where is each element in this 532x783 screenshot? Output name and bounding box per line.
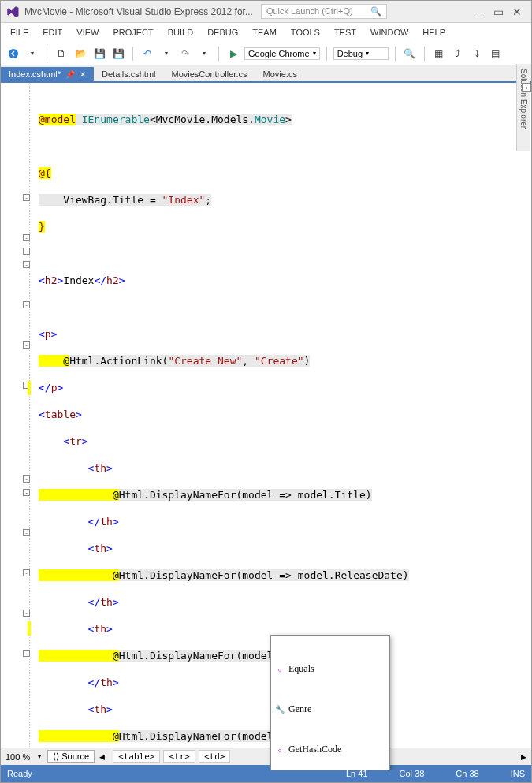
toolbar: ▾ 🗋 📂 💾 💾 ↶ ▾ ↷ ▾ ▶ Google Chrome▾ Debug…	[1, 42, 531, 65]
code-editor[interactable]: - - - - - - - - - - - - - ✦ @model IEnum…	[1, 83, 531, 770]
collapse-icon[interactable]: -	[23, 529, 30, 536]
tool-button-3[interactable]: ⤵	[469, 46, 485, 62]
search-icon: 🔍	[370, 6, 381, 17]
intellisense-item[interactable]: ⬦Equals	[271, 662, 389, 676]
vs-logo-icon	[6, 5, 20, 19]
save-button[interactable]: 💾	[91, 46, 107, 62]
crumb-nav-right-icon[interactable]: ▶	[516, 753, 531, 761]
back-button[interactable]	[6, 46, 21, 62]
config-selector[interactable]: Debug▾	[333, 47, 389, 60]
redo-button[interactable]: ↷	[177, 46, 193, 62]
code-area[interactable]: ✦ @model IEnumerable<MvcMovie.Models.Mov…	[35, 83, 531, 770]
editor-gutter: - - - - - - - - - - - - -	[1, 83, 35, 770]
menu-window[interactable]: WINDOW	[364, 26, 415, 39]
status-ready: Ready	[7, 769, 32, 778]
editor-footer: 100 % ▾ ⟨⟩ Source ◀ <table> <tr> <td> ▶	[1, 748, 531, 765]
undo-dropdown-icon[interactable]: ▾	[158, 46, 174, 62]
menu-file[interactable]: FILE	[4, 26, 35, 39]
collapse-icon[interactable]: -	[23, 489, 30, 496]
collapse-icon[interactable]: -	[23, 610, 30, 617]
menu-view[interactable]: VIEW	[70, 26, 105, 39]
new-button[interactable]: 🗋	[54, 46, 69, 62]
close-button[interactable]: ✕	[508, 4, 526, 20]
collapse-icon[interactable]: -	[23, 301, 30, 308]
menu-test[interactable]: TEST	[328, 26, 363, 39]
zoom-dropdown-icon[interactable]: ▾	[35, 753, 44, 760]
undo-button[interactable]: ↶	[140, 46, 155, 62]
menu-build[interactable]: BUILD	[162, 26, 199, 39]
status-ins: INS	[511, 769, 525, 778]
tab-pin-icon[interactable]: 📌	[65, 70, 75, 79]
status-ch: Ch 38	[456, 769, 478, 778]
redo-dropdown-icon[interactable]: ▾	[196, 46, 212, 62]
menu-tools[interactable]: TOOLS	[285, 26, 326, 39]
zoom-level[interactable]: 100 %	[1, 752, 35, 762]
status-col: Col 38	[400, 769, 425, 778]
tab-details-cshtml[interactable]: Details.cshtml	[94, 67, 163, 81]
collapse-icon[interactable]: -	[23, 248, 30, 255]
status-bar: Ready Ln 41 Col 38 Ch 38 INS	[1, 765, 531, 782]
save-all-button[interactable]: 💾	[110, 46, 126, 62]
start-button[interactable]: ▶	[225, 46, 241, 62]
forward-dropdown-icon[interactable]: ▾	[24, 46, 40, 62]
menu-bar: FILE EDIT VIEW PROJECT BUILD DEBUG TEAM …	[1, 23, 531, 42]
tab-close-icon[interactable]: ✕	[80, 70, 86, 79]
svg-point-0	[9, 49, 18, 58]
browser-selector[interactable]: Google Chrome▾	[244, 47, 320, 60]
breadcrumb-table[interactable]: <table>	[113, 750, 160, 763]
breadcrumb-td[interactable]: <td>	[199, 750, 231, 763]
menu-debug[interactable]: DEBUG	[201, 26, 244, 39]
source-view-button[interactable]: ⟨⟩ Source	[47, 750, 95, 763]
title-bar: MvcMovie - Microsoft Visual Studio Expre…	[1, 1, 531, 23]
collapse-icon[interactable]: -	[23, 194, 30, 201]
menu-team[interactable]: TEAM	[246, 26, 283, 39]
tool-button-2[interactable]: ⤴	[450, 46, 466, 62]
property-icon: 🔧	[274, 704, 285, 715]
tab-bar: Index.cshtml*📌✕ Details.cshtml MoviesCon…	[1, 65, 531, 83]
method-icon: ⬦	[274, 744, 285, 755]
collapse-icon[interactable]: -	[23, 341, 30, 349]
intellisense-popup: ⬦Equals 🔧Genre ⬦GetHashCode ⬦GetType 🔧ID…	[270, 635, 390, 770]
collapse-icon[interactable]: -	[23, 650, 30, 657]
tool-button-1[interactable]: ▦	[431, 46, 447, 62]
tab-moviescontroller[interactable]: MoviesController.cs	[164, 67, 255, 81]
collapse-icon[interactable]: -	[23, 475, 30, 483]
menu-help[interactable]: HELP	[416, 26, 452, 39]
maximize-button[interactable]: ▭	[489, 4, 508, 20]
window-title: MvcMovie - Microsoft Visual Studio Expre…	[24, 6, 253, 17]
tab-movie-cs[interactable]: Movie.cs	[255, 67, 304, 81]
collapse-icon[interactable]: -	[23, 261, 30, 268]
find-button[interactable]: 🔍	[402, 46, 418, 62]
collapse-icon[interactable]: -	[23, 569, 30, 576]
breadcrumb-tr[interactable]: <tr>	[163, 750, 195, 763]
tab-index-cshtml[interactable]: Index.cshtml*📌✕	[1, 67, 94, 81]
open-button[interactable]: 📂	[73, 46, 88, 62]
split-icon[interactable]: ✦	[522, 83, 531, 92]
menu-project[interactable]: PROJECT	[106, 26, 159, 39]
method-icon: ⬦	[274, 664, 285, 675]
crumb-nav-left-icon[interactable]: ◀	[95, 753, 110, 761]
quick-launch-input[interactable]: Quick Launch (Ctrl+Q) 🔍	[261, 4, 387, 19]
menu-edit[interactable]: EDIT	[36, 26, 69, 39]
intellisense-item[interactable]: 🔧Genre	[271, 703, 389, 716]
minimize-button[interactable]: —	[470, 4, 489, 20]
collapse-icon[interactable]: -	[23, 234, 30, 241]
comment-button[interactable]: ▤	[488, 46, 504, 62]
intellisense-item[interactable]: ⬦GetHashCode	[271, 743, 389, 756]
